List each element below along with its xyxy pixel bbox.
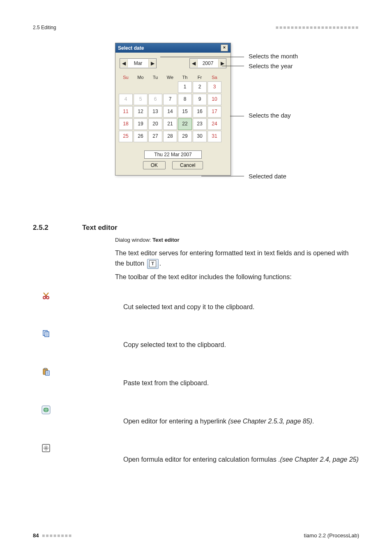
tool-item: Open editor for entering a hyperlink (se… (115, 405, 359, 427)
calendar-day[interactable]: 2 (193, 81, 207, 93)
tool-ref: (see Chapter 2.5.3, page 85) (228, 418, 312, 425)
calendar-day[interactable]: 20 (148, 118, 162, 130)
calendar-day[interactable]: 8 (178, 94, 192, 105)
calendar-day[interactable]: 11 (119, 106, 133, 118)
calendar-grid: SuMoTuWeThFrSa 1234567891011121314151617… (115, 72, 231, 146)
calendar-day (134, 81, 148, 92)
calendar-day[interactable]: 13 (148, 106, 162, 118)
tool-item: Open formula editor for entering calcula… (115, 443, 359, 465)
ok-button[interactable]: OK (143, 161, 166, 169)
calendar-day[interactable]: 21 (163, 118, 177, 130)
close-icon[interactable]: × (221, 44, 228, 51)
tool-description: Cut selected text and copy it to the cli… (123, 291, 254, 312)
dialog-caption: Dialog window: Text editor (115, 236, 359, 244)
svg-point-19 (47, 446, 48, 447)
calendar-day[interactable]: 18 (119, 118, 133, 130)
month-value: Mar (128, 60, 148, 66)
calendar-day[interactable]: 17 (208, 106, 221, 118)
leader-day (230, 116, 244, 116)
callout-month: Selects the month (249, 53, 298, 60)
hyperlink-icon (41, 405, 51, 415)
calendar-day[interactable]: 23 (193, 118, 207, 130)
page-header: 2.5 Editing ■■■■■■■■■■■■■■■■■■■■■■ (33, 25, 359, 30)
tool-text: Paste text from the clipboard. (123, 379, 209, 386)
weekday-label: Mo (134, 74, 148, 81)
cut-icon (41, 291, 51, 301)
calendar-day[interactable]: 29 (178, 131, 192, 142)
callout-selected: Selected date (249, 173, 286, 180)
tool-ref: (see Chapter 2.4, page 25) (280, 456, 359, 463)
body-column: Dialog window: Text editor The text edit… (115, 236, 359, 465)
weekday-label: Sa (208, 74, 221, 81)
section-number: 2.5.2 (33, 224, 70, 232)
tool-description: Open formula editor for entering calcula… (123, 443, 359, 465)
section-heading: 2.5.2 Text editor (33, 224, 359, 232)
callout-day: Selects the day (249, 112, 291, 119)
footer-decoration: ■■■■■■■■ (42, 533, 72, 539)
calendar-day (163, 81, 177, 92)
calendar-day[interactable]: 15 (178, 106, 192, 118)
caption-name: Text editor (152, 237, 180, 243)
date-dialog: Select date × ◀ Mar ▶ ◀ 2007 ▶ SuMoTuWeT… (115, 43, 231, 176)
cancel-button[interactable]: Cancel (172, 161, 203, 169)
calendar-day[interactable]: 14 (163, 106, 177, 118)
calendar-day[interactable]: 24 (208, 118, 221, 130)
calendar-day[interactable]: 10 (208, 94, 221, 105)
svg-point-1 (46, 296, 49, 299)
tool-description: Paste text from the clipboard. (123, 367, 209, 388)
tool-text: Copy selected text to the clipboard. (123, 341, 226, 348)
calendar-day[interactable]: 12 (134, 106, 148, 118)
intro-text-b: . (159, 260, 161, 267)
leader-year (222, 66, 244, 66)
formula-icon (41, 443, 51, 453)
calendar-day (119, 81, 133, 92)
selected-date-box: Thu 22 Mar 2007 (144, 150, 202, 159)
calendar-day[interactable]: 22 (178, 118, 192, 130)
calendar-day[interactable]: 28 (163, 131, 177, 142)
calendar-day[interactable]: 19 (134, 118, 148, 130)
page-footer: 84 ■■■■■■■■ tiamo 2.2 (ProcessLab) (33, 532, 359, 539)
header-decoration: ■■■■■■■■■■■■■■■■■■■■■■ (276, 25, 359, 30)
calendar-day[interactable]: 16 (193, 106, 207, 118)
footer-product: tiamo 2.2 (ProcessLab) (304, 532, 359, 539)
leader-selected (201, 176, 244, 176)
weekday-label: Tu (148, 74, 162, 81)
calendar-day[interactable]: 30 (193, 131, 207, 142)
calendar-day[interactable]: 4 (119, 94, 133, 105)
page-number: 84 (33, 532, 39, 539)
copy-icon (41, 328, 51, 338)
text-editor-button-icon[interactable]: T (147, 259, 159, 269)
calendar-day[interactable]: 26 (134, 131, 148, 142)
year-value: 2007 (198, 60, 218, 66)
calendar-day[interactable]: 7 (163, 94, 177, 105)
tool-text: Open editor for entering a hyperlink (123, 418, 228, 425)
tool-description: Open editor for entering a hyperlink (se… (123, 405, 314, 427)
paste-icon (41, 367, 51, 377)
tool-text: Cut selected text and copy it to the cli… (123, 303, 254, 310)
dialog-titlebar: Select date × (115, 43, 231, 53)
year-spinner[interactable]: ◀ 2007 ▶ (189, 58, 226, 68)
calendar-day[interactable]: 9 (193, 94, 207, 105)
dialog-title-text: Select date (118, 45, 144, 51)
calendar-day[interactable]: 27 (148, 131, 162, 142)
calendar-day[interactable]: 25 (119, 131, 133, 142)
year-prev-icon[interactable]: ◀ (190, 59, 198, 67)
weekday-label: Th (178, 74, 192, 81)
calendar-day[interactable]: 5 (134, 94, 148, 105)
month-spinner[interactable]: ◀ Mar ▶ (120, 58, 157, 68)
calendar-day[interactable]: 1 (178, 81, 192, 93)
calendar-day[interactable]: 31 (208, 131, 221, 142)
callout-year: Selects the year (249, 62, 293, 69)
calendar-day (148, 81, 162, 92)
breadcrumb: 2.5 Editing (33, 25, 56, 30)
tool-item: Paste text from the clipboard. (115, 367, 359, 388)
month-prev-icon[interactable]: ◀ (120, 59, 128, 67)
date-select-figure: Select date × ◀ Mar ▶ ◀ 2007 ▶ SuMoTuWeT… (115, 43, 359, 207)
tool-description: Copy selected text to the clipboard. (123, 328, 226, 350)
tool-item: Cut selected text and copy it to the cli… (115, 291, 359, 312)
calendar-day[interactable]: 6 (148, 94, 162, 105)
month-next-icon[interactable]: ▶ (148, 59, 156, 67)
year-next-icon[interactable]: ▶ (218, 59, 226, 67)
intro-paragraph: The text editor serves for entering form… (115, 248, 359, 269)
calendar-day[interactable]: 3 (208, 81, 221, 93)
